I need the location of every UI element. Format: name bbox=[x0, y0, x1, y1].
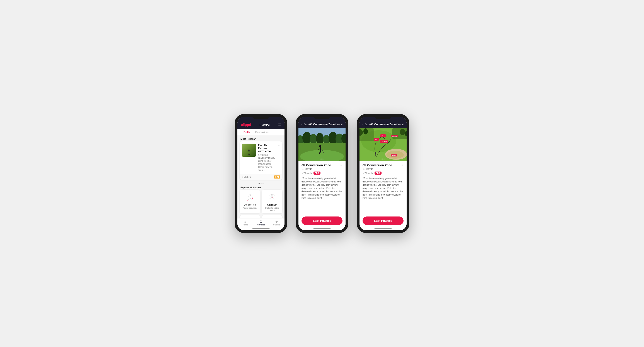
drill-meta: ○ 20 shots ARG bbox=[302, 172, 342, 175]
featured-drill-card[interactable]: Find The Fairway Off The Tee Create an i… bbox=[240, 141, 282, 180]
drill-header: 6ft Conversion Zone 10-50 yds ☆ bbox=[302, 163, 342, 170]
drill-description-2: 20 shots are randomly generated at dista… bbox=[302, 177, 342, 200]
map-dot-1 bbox=[382, 158, 382, 160]
svg-point-13 bbox=[252, 198, 253, 199]
dot-3 bbox=[262, 183, 264, 184]
approach-name: Approach bbox=[267, 204, 277, 206]
card-image bbox=[242, 144, 256, 157]
most-popular-label: Most Popular bbox=[238, 135, 284, 141]
svg-line-8 bbox=[248, 197, 250, 200]
svg-point-48 bbox=[310, 134, 317, 144]
shots-label-3: ○ 20 shots bbox=[362, 172, 373, 174]
tab-favourites[interactable]: Favourites bbox=[253, 129, 271, 135]
svg-point-70 bbox=[364, 128, 368, 134]
hero-dot-2 bbox=[322, 158, 324, 160]
svg-point-50 bbox=[323, 135, 330, 144]
map-dot-2 bbox=[384, 158, 384, 160]
cancel-button-2[interactable]: Cancel bbox=[335, 123, 342, 126]
clock-icon-3: ○ bbox=[362, 172, 364, 174]
phone3-content: Hit Miss FAIRWAY ROUGH SAND bbox=[360, 128, 406, 214]
shots-count: 20 shots bbox=[304, 172, 312, 174]
drill-name-3: 6ft Conversion Zone bbox=[362, 163, 392, 167]
phone2-cta: Start Practice bbox=[298, 214, 346, 227]
clock-icon: ○ bbox=[242, 176, 243, 178]
drill-favourite-3[interactable]: ☆ bbox=[401, 163, 404, 167]
capture-label: Capture bbox=[273, 224, 280, 226]
svg-text:ROUGH: ROUGH bbox=[392, 136, 396, 137]
svg-text:FAIRWAY: FAIRWAY bbox=[381, 141, 387, 142]
dot-2 bbox=[260, 183, 262, 184]
svg-point-18 bbox=[272, 194, 272, 195]
clock-icon-2: ○ bbox=[302, 172, 303, 174]
activities-icon: ⬡ bbox=[260, 220, 262, 223]
drill-hero-image bbox=[298, 128, 346, 161]
svg-line-9 bbox=[250, 197, 251, 200]
svg-line-5 bbox=[249, 153, 250, 155]
phone-2: < Back 6ft Conversion Zone Cancel bbox=[296, 114, 348, 233]
phone3-title: 6ft Conversion Zone bbox=[370, 123, 396, 126]
phone2-content: 6ft Conversion Zone 10-50 yds ☆ ○ 20 sho… bbox=[298, 128, 346, 214]
svg-line-4 bbox=[248, 153, 249, 155]
phone-1: clippd Practice ☰ Drills Favourites Most… bbox=[235, 114, 287, 233]
nav-activities[interactable]: ⬡ Activities bbox=[253, 220, 269, 226]
card-subtitle: Off The Tee bbox=[258, 150, 276, 153]
scene: clippd Practice ☰ Drills Favourites Most… bbox=[226, 101, 418, 246]
home-label: Home bbox=[243, 224, 248, 226]
skill-card-approach[interactable]: Approach Dial-in to hit the green bbox=[262, 190, 282, 213]
drill-range: 10-50 yds bbox=[302, 168, 331, 170]
ott-name: Off The Tee bbox=[244, 204, 256, 206]
card-body: Find The Fairway Off The Tee Create an i… bbox=[240, 141, 282, 174]
drill-info: 6ft Conversion Zone 10-50 yds ☆ ○ 20 sho… bbox=[298, 161, 346, 202]
svg-point-14 bbox=[247, 200, 248, 201]
svg-point-56 bbox=[319, 145, 321, 147]
svg-text:Miss: Miss bbox=[382, 135, 384, 137]
svg-line-12 bbox=[252, 195, 253, 198]
phone-1-screen: clippd Practice ☰ Drills Favourites Most… bbox=[238, 117, 284, 230]
home-bar-2 bbox=[313, 228, 331, 229]
phone-3-screen: < Back 6ft Conversion Zone Cancel bbox=[360, 117, 406, 230]
phone-3: < Back 6ft Conversion Zone Cancel bbox=[357, 114, 409, 233]
card-footer: ○ 10 shots OTT bbox=[240, 174, 282, 180]
svg-text:Hit: Hit bbox=[376, 139, 377, 140]
home-bar-1 bbox=[252, 228, 270, 229]
phone-notch-2 bbox=[313, 114, 331, 119]
drill-meta-3: ○ 20 shots ARG bbox=[362, 172, 404, 175]
svg-point-6 bbox=[249, 194, 250, 195]
start-practice-button-3[interactable]: Start Practice bbox=[362, 216, 404, 225]
skill-card-ott[interactable]: Off The Tee Power accuracy bbox=[240, 190, 260, 213]
card-title: Find The Fairway bbox=[258, 144, 276, 150]
svg-line-10 bbox=[248, 196, 250, 197]
back-button-3[interactable]: < Back bbox=[362, 123, 370, 126]
phone2-title: 6ft Conversion Zone bbox=[309, 123, 335, 126]
cancel-button-3[interactable]: Cancel bbox=[396, 123, 404, 126]
tab-drills[interactable]: Drills bbox=[241, 129, 253, 135]
svg-point-23 bbox=[272, 197, 272, 198]
home-icon: ⌂ bbox=[244, 220, 246, 223]
skill-card-putting[interactable]: Putting Make and lag practice bbox=[262, 215, 282, 218]
map-dots bbox=[382, 158, 384, 160]
shots-count-3: 20 shots bbox=[364, 172, 373, 174]
hero-dot-1 bbox=[320, 158, 322, 160]
back-button-2[interactable]: < Back bbox=[302, 123, 309, 126]
nav-home[interactable]: ⌂ Home bbox=[238, 220, 253, 226]
svg-point-47 bbox=[302, 132, 311, 144]
shots-label: ○ 20 shots bbox=[302, 172, 312, 174]
approach-icon bbox=[266, 192, 278, 203]
ott-desc: Power accuracy bbox=[243, 207, 257, 209]
drill-tag-2: ARG bbox=[314, 172, 320, 175]
phone-notch-3 bbox=[374, 114, 392, 119]
drill-info-3: 6ft Conversion Zone 10-50 yds ☆ ○ 20 sho… bbox=[360, 161, 406, 202]
skill-card-atg[interactable]: Around The Green Hone your short game bbox=[240, 215, 260, 218]
home-bar-3 bbox=[374, 228, 392, 229]
menu-icon[interactable]: ☰ bbox=[278, 123, 281, 127]
nav-capture[interactable]: ⊕ Capture bbox=[269, 220, 284, 226]
card-image-inner bbox=[242, 144, 256, 157]
golfer-svg bbox=[247, 149, 251, 156]
card-favourite-icon[interactable]: ☆ bbox=[278, 144, 280, 147]
clippd-logo: clippd bbox=[241, 123, 251, 127]
drill-favourite-2[interactable]: ☆ bbox=[340, 163, 342, 167]
drill-header-3: 6ft Conversion Zone 10-50 yds ☆ bbox=[362, 163, 404, 170]
skills-grid: Off The Tee Power accuracy bbox=[238, 190, 284, 218]
start-practice-button-2[interactable]: Start Practice bbox=[302, 216, 342, 225]
dot-1 bbox=[258, 183, 260, 184]
